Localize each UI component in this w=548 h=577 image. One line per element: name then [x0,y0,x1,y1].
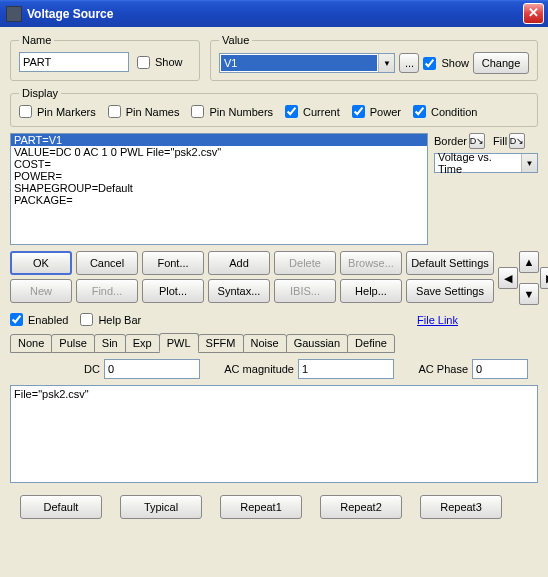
display-current-label: Current [303,106,340,118]
acmag-input[interactable] [298,359,394,379]
tab-pwl[interactable]: PWL [159,333,199,352]
typical-button[interactable]: Typical [120,495,202,519]
default-button[interactable]: Default [20,495,102,519]
display-pin-markers-label: Pin Markers [37,106,96,118]
tab-pulse[interactable]: Pulse [51,334,95,353]
name-input[interactable] [19,52,129,72]
acphase-input[interactable] [472,359,528,379]
repeat3-button[interactable]: Repeat3 [420,495,502,519]
tab-none[interactable]: None [10,334,52,353]
value-combobox[interactable]: V1 ▼ [219,53,395,73]
new-button[interactable]: New [10,279,72,303]
change-button[interactable]: Change [473,52,529,74]
ok-button[interactable]: OK [10,251,72,275]
dialog-body: Name Show Value V1 ▼ ... Show [0,27,548,526]
value-ellipsis-button[interactable]: ... [399,53,419,73]
attribute-line[interactable]: PACKAGE= [11,194,427,206]
value-show-checkbox[interactable] [423,57,436,70]
tab-noise[interactable]: Noise [243,334,287,353]
attribute-line[interactable]: SHAPEGROUP=Default [11,182,427,194]
plot-type-dropdown[interactable]: Voltage vs. Time ▼ [434,153,538,173]
dc-input[interactable] [104,359,200,379]
attribute-listbox[interactable]: PART=V1VALUE=DC 0 AC 1 0 PWL File="psk2.… [10,133,428,245]
fill-label: Fill [493,135,507,147]
helpbar-checkbox[interactable] [80,313,93,326]
acphase-label: AC Phase [398,363,468,375]
name-show-label: Show [155,56,183,68]
savesettings-button[interactable]: Save Settings [406,279,494,303]
arrow-left-button[interactable]: ◀ [498,267,518,289]
plot-button[interactable]: Plot... [142,279,204,303]
display-pin-names-label: Pin Names [126,106,180,118]
value-legend: Value [219,34,252,46]
name-group: Name Show [10,34,200,81]
display-legend: Display [19,87,61,99]
attribute-line[interactable]: POWER= [11,170,427,182]
enabled-checkbox[interactable] [10,313,23,326]
help-button[interactable]: Help... [340,279,402,303]
display-pin-numbers-label: Pin Numbers [209,106,273,118]
font-button[interactable]: Font... [142,251,204,275]
display-current-checkbox[interactable] [285,105,298,118]
arrow-up-button[interactable]: ▲ [519,251,539,273]
add-button[interactable]: Add [208,251,270,275]
border-label: Border [434,135,467,147]
name-legend: Name [19,34,54,46]
display-group: Display Pin MarkersPin NamesPin NumbersC… [10,87,538,127]
acmag-label: AC magnitude [204,363,294,375]
app-icon [6,6,22,22]
dc-label: DC [10,363,100,375]
repeat1-button[interactable]: Repeat1 [220,495,302,519]
name-show-checkbox[interactable] [137,56,150,69]
defaultsettings-button[interactable]: Default Settings [406,251,494,275]
close-button[interactable]: ✕ [523,3,544,24]
arrow-right-button[interactable]: ▶ [540,267,548,289]
display-pin-numbers-checkbox[interactable] [191,105,204,118]
tab-exp[interactable]: Exp [125,334,160,353]
attribute-line[interactable]: PART=V1 [11,134,427,146]
attribute-line[interactable]: VALUE=DC 0 AC 1 0 PWL File="psk2.csv" [11,146,427,158]
find-button[interactable]: Find... [76,279,138,303]
plot-type-value: Voltage vs. Time [435,151,521,175]
value-show-label: Show [441,57,469,69]
waveform-definition-box[interactable]: File="psk2.csv" [10,385,538,483]
attribute-line[interactable]: COST= [11,158,427,170]
display-condition-checkbox[interactable] [413,105,426,118]
border-style-button[interactable]: D↘ [469,133,485,149]
arrow-down-button[interactable]: ▼ [519,283,539,305]
tab-sffm[interactable]: SFFM [198,334,244,353]
syntax-button[interactable]: Syntax... [208,279,270,303]
file-link[interactable]: File Link [417,314,458,326]
value-text: V1 [221,55,377,71]
display-condition-label: Condition [431,106,477,118]
title-bar: Voltage Source ✕ [0,0,548,27]
helpbar-label: Help Bar [98,314,141,326]
browse-button[interactable]: Browse... [340,251,402,275]
tab-sin[interactable]: Sin [94,334,126,353]
arrow-pad: ▲ ▼ ◀ ▶ [498,251,548,305]
tab-gaussian[interactable]: Gaussian [286,334,348,353]
value-dropdown-button[interactable]: ▼ [378,54,394,72]
waveform-tabs: NonePulseSinExpPWLSFFMNoiseGaussianDefin… [10,334,538,353]
cancel-button[interactable]: Cancel [76,251,138,275]
enabled-label: Enabled [28,314,68,326]
display-pin-names-checkbox[interactable] [108,105,121,118]
display-power-label: Power [370,106,401,118]
value-group: Value V1 ▼ ... Show Change [210,34,538,81]
fill-style-button[interactable]: D↘ [509,133,525,149]
tab-define[interactable]: Define [347,334,395,353]
delete-button[interactable]: Delete [274,251,336,275]
repeat2-button[interactable]: Repeat2 [320,495,402,519]
ibis-button[interactable]: IBIS... [274,279,336,303]
display-power-checkbox[interactable] [352,105,365,118]
plot-type-dropdown-button[interactable]: ▼ [521,154,537,172]
window-title: Voltage Source [27,7,523,21]
waveform-definition-text: File="psk2.csv" [14,388,89,400]
display-pin-markers-checkbox[interactable] [19,105,32,118]
